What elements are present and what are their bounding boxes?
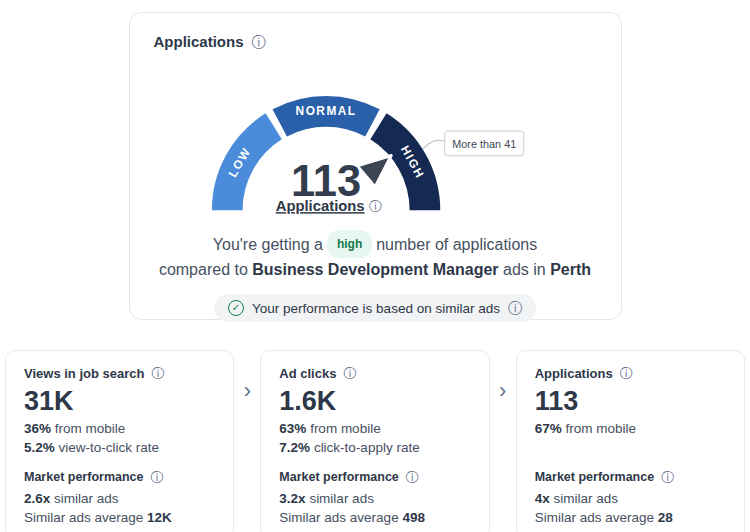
metric-card-applications: Applications ⓘ 113 67% from mobile Marke… [516,350,745,532]
similar-ads-pill-text: Your performance is based on similar ads [252,301,500,316]
tooltip-connector-line [422,140,444,149]
info-icon[interactable]: ⓘ [252,35,266,49]
chevron-right-icon: › [234,350,260,532]
market-multiplier-line: 2.6x similar ads [24,489,215,508]
stat-text: from mobile [565,421,636,436]
stat-value: 67% [535,421,562,436]
market-performance-section: Market performance ⓘ 2.6x similar ads Si… [24,470,215,527]
stat-text: from mobile [55,421,126,436]
average-text: Similar ads average [279,510,398,525]
average-value: 12K [147,510,172,525]
market-performance-label: Market performance [24,470,144,484]
stat-text: click-to-apply rate [314,440,420,455]
stat-line: 67% from mobile [535,419,726,438]
metric-card-title: Applications [535,366,613,381]
chevron-right-icon: › [490,350,516,532]
message-line-1: You're getting ahighnumber of applicatio… [154,230,597,258]
metric-stats: 63% from mobile 7.2% click-to-apply rate [279,419,470,459]
gauge-value-label-link[interactable]: Applications [275,198,364,214]
status-pill-row: ✓ Your performance is based on similar a… [154,294,597,322]
market-performance-label: Market performance [535,470,655,484]
performance-message: You're getting ahighnumber of applicatio… [154,230,597,282]
multiplier-value: 3.2x [279,491,305,506]
applications-summary-card: Applications ⓘ LOW NORMAL HIGH More than… [129,12,622,320]
stat-value: 63% [279,421,306,436]
high-badge: high [327,230,372,258]
market-multiplier-line: 3.2x similar ads [279,489,470,508]
info-icon[interactable]: ⓘ [508,301,522,315]
metric-card-title: Ad clicks [279,366,336,381]
info-icon[interactable]: ⓘ [151,367,164,380]
average-value: 28 [658,510,673,525]
average-value: 498 [402,510,425,525]
metric-card-views: Views in job search ⓘ 31K 36% from mobil… [5,350,234,532]
metric-value: 31K [24,386,215,416]
stat-value: 36% [24,421,51,436]
metric-stats: 67% from mobile [535,419,726,459]
message-ads-in: ads in [503,261,546,278]
location: Perth [550,261,591,278]
info-icon[interactable]: ⓘ [343,367,356,380]
multiplier-text: similar ads [54,491,119,506]
metric-value: 113 [535,386,726,416]
market-performance-label: Market performance [279,470,399,484]
gauge-label-normal: NORMAL [295,104,356,118]
average-text: Similar ads average [24,510,143,525]
gauge-svg: LOW NORMAL HIGH More than 41 113 Applica… [154,52,599,224]
stat-text: view-to-click rate [59,440,160,455]
card-header: Applications ⓘ [154,33,597,50]
gauge-tooltip-text: More than 41 [452,138,516,150]
info-icon[interactable]: ⓘ [620,367,633,380]
market-performance-section: Market performance ⓘ 3.2x similar ads Si… [279,470,470,527]
multiplier-value: 4x [535,491,550,506]
info-icon[interactable]: ⓘ [151,471,164,484]
multiplier-text: similar ads [309,491,374,506]
market-performance-section: Market performance ⓘ 4x similar ads Simi… [535,470,726,527]
applications-gauge: LOW NORMAL HIGH More than 41 113 Applica… [154,52,597,224]
metrics-funnel-row: Views in job search ⓘ 31K 36% from mobil… [5,350,745,532]
stat-line: 5.2% view-to-click rate [24,438,215,457]
metric-value: 1.6K [279,386,470,416]
stat-line: 36% from mobile [24,419,215,438]
message-suffix: number of applications [376,236,537,253]
info-icon[interactable]: ⓘ [406,471,419,484]
multiplier-text: similar ads [553,491,618,506]
market-multiplier-line: 4x similar ads [535,489,726,508]
metric-card-clicks: Ad clicks ⓘ 1.6K 63% from mobile 7.2% cl… [260,350,489,532]
stat-value: 5.2% [24,440,55,455]
metric-stats: 36% from mobile 5.2% view-to-click rate [24,419,215,459]
metric-card-title: Views in job search [24,366,144,381]
message-prefix: You're getting a [213,236,323,253]
stat-value: 7.2% [279,440,310,455]
market-average-line: Similar ads average 498 [279,508,470,527]
similar-ads-pill: ✓ Your performance is based on similar a… [214,294,536,322]
check-circle-icon: ✓ [228,300,244,316]
market-average-line: Similar ads average 28 [535,508,726,527]
info-icon[interactable]: ⓘ [369,199,382,214]
gauge-pointer-icon [357,155,391,187]
message-line-2: compared to Business Development Manager… [154,258,597,282]
message-compared-to: compared to [159,261,248,278]
job-title: Business Development Manager [252,261,498,278]
card-title: Applications [154,33,244,50]
market-average-line: Similar ads average 12K [24,508,215,527]
info-icon[interactable]: ⓘ [661,471,674,484]
average-text: Similar ads average [535,510,654,525]
stat-text: from mobile [310,421,381,436]
multiplier-value: 2.6x [24,491,50,506]
stat-line: 7.2% click-to-apply rate [279,438,470,457]
stat-line: 63% from mobile [279,419,470,438]
